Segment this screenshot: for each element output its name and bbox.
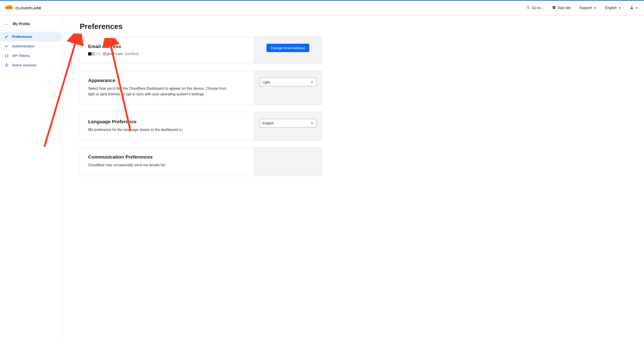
change-email-button[interactable]: Change Email Address <box>266 44 309 52</box>
email-domain: @gmail.com <box>103 52 123 56</box>
sidebar-item-label: Preferences <box>12 35 32 39</box>
goto-label: Go to... <box>532 6 544 10</box>
logo-text: CLOUDFLARE <box>16 6 42 10</box>
top-bar: CLOUDFLARE Go to... Add site Support ▼ E… <box>0 0 644 15</box>
braces-icon: { } <box>4 54 8 58</box>
communication-heading: Communication Preferences <box>88 154 246 160</box>
sidebar-item-authentication[interactable]: Authentication <box>0 41 62 51</box>
appearance-select-value: Light <box>263 80 270 84</box>
svg-point-4 <box>6 46 6 47</box>
language-label: English <box>605 6 617 10</box>
sidebar-header: ← My Profile <box>0 18 62 30</box>
card-email: Email Address @gmail.com (verified) Chan… <box>80 37 322 64</box>
key-icon <box>4 44 8 48</box>
add-site-button[interactable]: Add site <box>552 6 571 10</box>
svg-point-0 <box>527 6 529 8</box>
goto-search[interactable]: Go to... <box>526 6 544 10</box>
communication-description: Cloudflare may occasionally send me emai… <box>88 162 233 168</box>
sidebar-item-label: API Tokens <box>12 54 30 58</box>
account-dropdown[interactable]: ▼ <box>630 5 638 10</box>
sidebar-title: My Profile <box>13 22 30 26</box>
sidebar-item-active-sessions[interactable]: Active sessions <box>0 60 62 70</box>
search-icon <box>526 6 530 10</box>
language-description: My preference for the language shown in … <box>88 127 233 133</box>
svg-line-1 <box>529 8 530 9</box>
language-heading: Language Preference <box>88 119 246 124</box>
sidebar: ← My Profile Preferences Authentication … <box>0 15 62 337</box>
card-communication: Communication Preferences Cloudflare may… <box>80 147 322 176</box>
appearance-heading: Appearance <box>88 78 246 83</box>
logo[interactable]: CLOUDFLARE <box>4 5 42 11</box>
email-redacted <box>88 52 101 55</box>
appearance-select[interactable]: Light ▼ <box>260 78 316 86</box>
sidebar-item-api-tokens[interactable]: { } API Tokens <box>0 51 62 60</box>
support-dropdown[interactable]: Support ▼ <box>580 6 596 10</box>
pencil-icon <box>4 35 8 38</box>
email-heading: Email Address <box>88 44 246 49</box>
language-select-value: English <box>263 121 274 125</box>
svg-point-3 <box>631 6 632 7</box>
plus-circle-icon <box>552 6 556 10</box>
email-value-row: @gmail.com (verified) <box>88 52 246 56</box>
appearance-description: Select how you'd like the Cloudflare Das… <box>88 86 233 97</box>
language-dropdown[interactable]: English ▼ <box>605 6 621 10</box>
chevron-down-icon: ▼ <box>311 81 314 83</box>
user-icon <box>630 5 634 10</box>
sidebar-nav: Preferences Authentication { } API Token… <box>0 32 62 70</box>
chevron-down-icon: ▼ <box>594 6 596 9</box>
support-label: Support <box>580 6 592 10</box>
card-language: Language Preference My preference for th… <box>80 112 322 141</box>
add-site-label: Add site <box>558 6 571 10</box>
chevron-down-icon: ▼ <box>618 6 621 9</box>
chevron-down-icon: ▼ <box>636 6 638 9</box>
back-arrow-icon[interactable]: ← <box>4 22 9 26</box>
language-select[interactable]: English ▼ <box>260 119 316 127</box>
cloudflare-cloud-icon <box>4 5 14 11</box>
page-title: Preferences <box>80 22 322 31</box>
main-content: Preferences Email Address @gmail.com (ve… <box>62 15 334 337</box>
sidebar-item-label: Authentication <box>12 44 34 48</box>
sidebar-item-preferences[interactable]: Preferences <box>0 32 62 41</box>
card-appearance: Appearance Select how you'd like the Clo… <box>80 71 322 105</box>
email-status: (verified) <box>125 52 139 56</box>
chevron-down-icon: ▼ <box>311 122 314 125</box>
clock-icon <box>4 63 8 67</box>
sidebar-item-label: Active sessions <box>12 63 36 67</box>
